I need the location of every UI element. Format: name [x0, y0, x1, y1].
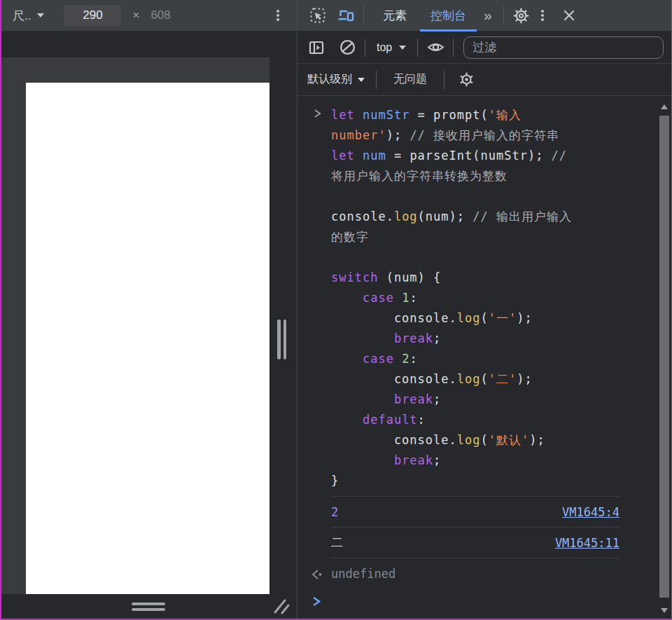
console-log-rows: 2VM1645:4二VM1645:11undefined [298, 497, 672, 589]
code-line: case 1: [331, 288, 620, 308]
dimensions-dropdown[interactable]: 尺.. [13, 8, 44, 24]
console-prompt[interactable] [331, 589, 672, 617]
code-line [331, 186, 620, 207]
code-line: case 2: [331, 349, 620, 369]
source-location-link[interactable]: VM1645:11 [555, 536, 620, 550]
execution-context-selector[interactable]: top [372, 41, 410, 54]
result-value: undefined [331, 567, 396, 581]
vertical-dots-icon [536, 8, 550, 22]
log-value: 2 [331, 505, 338, 519]
viewport-height-resize-handle[interactable] [132, 602, 165, 611]
device-emulation-panel: 尺.. 290 × 608 [0, 0, 297, 620]
create-live-expression-button[interactable] [425, 37, 446, 58]
scrollbar-down-arrow[interactable] [661, 608, 668, 613]
clear-console-icon [339, 39, 356, 56]
code-line: break; [331, 329, 620, 349]
inspect-cursor-icon [309, 6, 327, 25]
more-tabs-button[interactable]: » [478, 7, 496, 24]
code-line: console.log('默认'); [331, 430, 620, 450]
code-line: console.log('一'); [331, 308, 620, 329]
console-result-row: undefined [331, 558, 620, 589]
expand-caret-icon[interactable] [312, 108, 322, 122]
tab-label: 控制台 [430, 8, 466, 24]
console-filterbar: 默认级别 无问题 [298, 64, 672, 96]
dimensions-label: 尺.. [13, 8, 31, 24]
separator [365, 39, 365, 57]
code-line: console.log(num); // 输出用户输入 [331, 207, 620, 227]
viewport-width-value: 290 [83, 8, 102, 22]
console-input-echo-row[interactable]: let numStr = prompt('输入number'); // 接收用户… [331, 96, 620, 497]
scrollbar-up-arrow[interactable] [661, 104, 668, 109]
code-line: 将用户输入的字符串转换为整数 [331, 166, 620, 186]
code-line: let num = parseInt(numStr); // [331, 146, 620, 166]
separator [453, 39, 454, 57]
console-scrollbar[interactable] [659, 99, 670, 619]
devtools-panel: 元素 控制台 » [298, 0, 672, 620]
separator [444, 71, 444, 89]
vertical-dots-icon [271, 8, 285, 22]
code-line: break; [331, 450, 620, 471]
chevron-down-icon [358, 78, 365, 82]
chevron-down-icon [399, 46, 406, 50]
resize-grip-icon [272, 597, 290, 615]
console-log-row: 二VM1645:11 [331, 528, 620, 558]
console-code-block: let numStr = prompt('输入number'); // 接收用户… [331, 105, 620, 491]
tab-console[interactable]: 控制台 [419, 0, 478, 32]
code-line: } [331, 471, 620, 491]
gear-icon [512, 7, 530, 25]
separator [376, 71, 377, 89]
dimensions-separator: × [132, 8, 139, 22]
scrollbar-thumb[interactable] [659, 116, 669, 598]
code-line: number'); // 接收用户输入的字符串 [331, 125, 620, 146]
tab-label: 元素 [383, 8, 407, 24]
code-line: console.log('二'); [331, 369, 620, 390]
viewport-width-resize-handle[interactable] [277, 319, 286, 359]
code-line: break; [331, 390, 620, 410]
toggle-device-toolbar-button[interactable] [335, 5, 356, 26]
gear-dot-icon [458, 71, 475, 88]
issues-counter[interactable]: 无问题 [388, 72, 433, 87]
settings-button[interactable] [511, 5, 532, 26]
log-value: 二 [331, 535, 343, 551]
console-sidebar-toggle-button[interactable] [306, 37, 327, 58]
code-line: default: [331, 410, 620, 430]
console-settings-button[interactable] [456, 69, 477, 90]
viewport-width-input[interactable]: 290 [64, 5, 121, 26]
inspect-element-button[interactable] [307, 5, 328, 26]
log-levels-dropdown[interactable]: 默认级别 [307, 72, 365, 87]
device-toolbar: 尺.. 290 × 608 [0, 0, 297, 32]
panel-sidebar-icon [307, 39, 326, 57]
viewport-corner-resize-handle[interactable] [272, 597, 290, 618]
edge-mark-left [0, 0, 1, 620]
viewport-height-input[interactable]: 608 [150, 8, 192, 22]
console-log-row: 2VM1645:4 [331, 497, 620, 528]
chevron-down-icon [37, 13, 44, 18]
clear-console-button[interactable] [337, 37, 358, 58]
source-location-link[interactable]: VM1645:4 [562, 505, 620, 519]
tab-elements[interactable]: 元素 [371, 0, 419, 32]
code-line: switch (num) { [331, 268, 620, 288]
log-levels-label: 默认级别 [307, 72, 352, 87]
devtools-menu-button[interactable] [532, 5, 553, 26]
code-line: let numStr = prompt('输入 [331, 105, 620, 125]
separator [503, 6, 504, 25]
console-filter-input[interactable] [463, 36, 664, 59]
separator [417, 39, 418, 57]
prompt-chevron-icon [311, 595, 321, 610]
devtools-tabbar: 元素 控制台 » [298, 0, 672, 32]
console-toolbar: top [298, 32, 672, 64]
close-icon [561, 8, 577, 23]
close-devtools-button[interactable] [559, 5, 580, 26]
code-line [331, 247, 620, 268]
eye-icon [426, 38, 445, 57]
context-label: top [377, 41, 392, 54]
code-line: 的数字 [331, 227, 620, 247]
separator [363, 6, 364, 25]
device-toolbar-menu-button[interactable] [267, 5, 288, 26]
emulated-viewport[interactable] [26, 83, 270, 594]
console-messages: let numStr = prompt('输入number'); // 接收用户… [298, 96, 672, 617]
device-toolbar-icon [337, 6, 355, 25]
return-value-icon [310, 567, 324, 584]
